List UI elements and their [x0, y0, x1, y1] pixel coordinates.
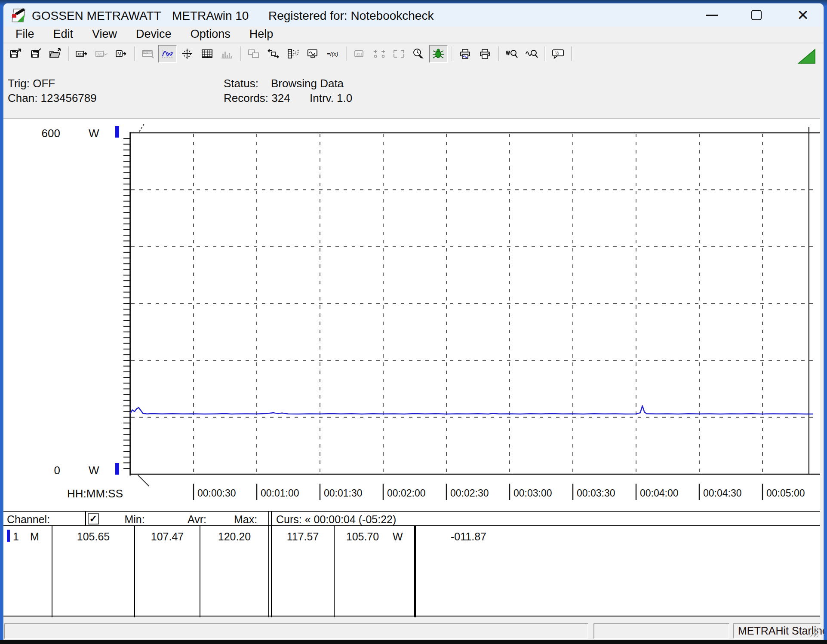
header-min: Min: [111, 513, 158, 526]
channel-marker-bottom [115, 463, 119, 475]
max-value: 120.20 [200, 531, 268, 543]
print-preview-button[interactable] [456, 45, 475, 63]
xy-crosshair-button[interactable] [178, 45, 197, 63]
x-tick-label: 00:04:00 [640, 488, 679, 499]
menu-item-view[interactable]: View [85, 28, 124, 42]
channel-status: Chan: 123456789 [8, 92, 97, 105]
x-tick-label: 00:01:30 [324, 488, 363, 499]
y-axis-max-label: 600 [34, 127, 60, 140]
svg-text:=f(x): =f(x) [327, 51, 338, 57]
min-value: 105.65 [52, 531, 134, 543]
toolbar-separator [65, 46, 71, 62]
zoom-wave-button[interactable] [522, 45, 541, 63]
minimize-button[interactable] [697, 3, 727, 27]
statusbar-panel-middle [593, 623, 729, 639]
printer-icon [479, 48, 492, 59]
resize-grip-icon[interactable] [808, 626, 819, 638]
toolbar-separator [495, 46, 501, 62]
display-321-button[interactable]: 321 [350, 45, 369, 63]
badge-321-out-icon: 321 [75, 48, 88, 59]
arrange-windows-button[interactable] [244, 45, 263, 63]
menu-item-device[interactable]: Device [129, 28, 178, 42]
svg-text:✂: ✂ [103, 51, 108, 58]
x-tick-label: 00:01:00 [261, 488, 299, 499]
menu-item-file[interactable]: File [9, 28, 41, 42]
toolbar-separator [449, 46, 455, 62]
live-bug-button[interactable] [429, 45, 448, 63]
maximize-icon [751, 10, 762, 20]
clock-pointer-icon [412, 48, 425, 59]
save-import-icon [29, 48, 42, 59]
status-value: Browsing Data [271, 77, 344, 90]
statusbar-panel-left [4, 623, 588, 639]
export-m-button[interactable]: M [112, 45, 131, 63]
channel-statistics-table: Channel: ✓ Min: Avr: Max: Curs: « 00:00:… [3, 511, 820, 616]
statusbar-panel-device: METRAHit Starline-Seri [733, 623, 821, 639]
range-frame-button[interactable] [390, 45, 409, 63]
save-import-button[interactable] [26, 45, 45, 63]
metrawin-application-window: GOSSEN METRAWATT METRAwin 10 Registered … [3, 3, 824, 640]
annotation-button[interactable]: ½ [549, 45, 568, 63]
cursor1-value: 117.57 [272, 531, 334, 543]
svg-text:321: 321 [97, 52, 103, 56]
arrange-windows-icon [247, 48, 260, 59]
cut-321-button[interactable]: 321✂ [92, 45, 111, 63]
cursor1-top-flag[interactable] [139, 124, 144, 132]
cursor-unit: W [393, 531, 403, 543]
channel-number: 1 [13, 531, 19, 543]
badge-321-gray-icon: 321 [353, 48, 366, 59]
save-export-button[interactable] [6, 45, 25, 63]
data-table-icon [201, 48, 214, 59]
histogram-view-button[interactable] [218, 45, 237, 63]
close-button[interactable]: ✕ [788, 3, 818, 27]
records-count: Records: 324 [224, 92, 290, 105]
probe-terminals-icon [373, 48, 386, 59]
device-transfer-button[interactable] [264, 45, 283, 63]
badge-321-cut-icon: 321✂ [95, 48, 108, 59]
menu-item-options[interactable]: Options [184, 28, 237, 42]
time-cursor-button[interactable] [409, 45, 428, 63]
power-trace-plot[interactable]: 00:00:3000:01:0000:01:3000:02:0000:02:30… [3, 119, 820, 511]
trigger-status: Trig: OFF [8, 77, 55, 90]
table-view-button[interactable] [198, 45, 217, 63]
monitor-wave-icon [307, 48, 320, 59]
open-folder-icon [49, 48, 61, 59]
save-export-icon [9, 48, 22, 59]
header-max: Max: [222, 513, 269, 526]
header-cursor-info: Curs: « 00:00:04 (-05:22) [276, 513, 396, 526]
chart-view-button[interactable] [158, 45, 177, 63]
probe-terminals-button[interactable] [370, 45, 389, 63]
x-tick-label: 00:02:00 [387, 488, 426, 499]
y-axis-unit-top: W [89, 127, 99, 140]
maximize-button[interactable] [741, 3, 772, 27]
monitor-wave-button[interactable] [304, 45, 323, 63]
menu-item-edit[interactable]: Edit [46, 28, 80, 42]
channel-strip-button[interactable] [284, 45, 303, 63]
toolbar-separator [542, 46, 548, 62]
display-1257-button[interactable]: 1257 [138, 45, 157, 63]
avr-value: 107.47 [135, 531, 200, 543]
menu-item-help[interactable]: Help [243, 28, 280, 42]
channel-marker-top [115, 126, 119, 138]
x-tick-label: 00:02:30 [450, 488, 489, 499]
title-brand-text: GOSSEN METRAWATT [32, 9, 161, 23]
x-tick-label: 00:05:00 [766, 488, 805, 499]
svg-text:M: M [117, 51, 121, 56]
crosshair-icon [181, 48, 194, 59]
channel-visibility-checkbox[interactable]: ✓ [88, 513, 99, 524]
toolbar: 321321✂M1257=f(x)321½ [3, 43, 824, 64]
badge-m-out-icon: M [115, 48, 128, 59]
minimize-icon [706, 15, 718, 16]
export-321-button[interactable]: 321 [72, 45, 91, 63]
open-file-button[interactable] [46, 45, 65, 63]
toolbar-separator [569, 46, 575, 62]
cursor-delta-value: -011.87 [451, 531, 486, 543]
svg-text:½: ½ [555, 51, 559, 55]
print-button[interactable] [476, 45, 495, 63]
svg-text:1257: 1257 [144, 51, 150, 54]
cursor1-bottom-flag[interactable] [138, 475, 149, 486]
corner-resize-triangle-icon[interactable] [798, 49, 816, 64]
cursor2-value: 105.70 [335, 531, 390, 543]
formula-button[interactable]: =f(x) [323, 45, 342, 63]
zoom-amplitude-button[interactable] [502, 45, 521, 63]
